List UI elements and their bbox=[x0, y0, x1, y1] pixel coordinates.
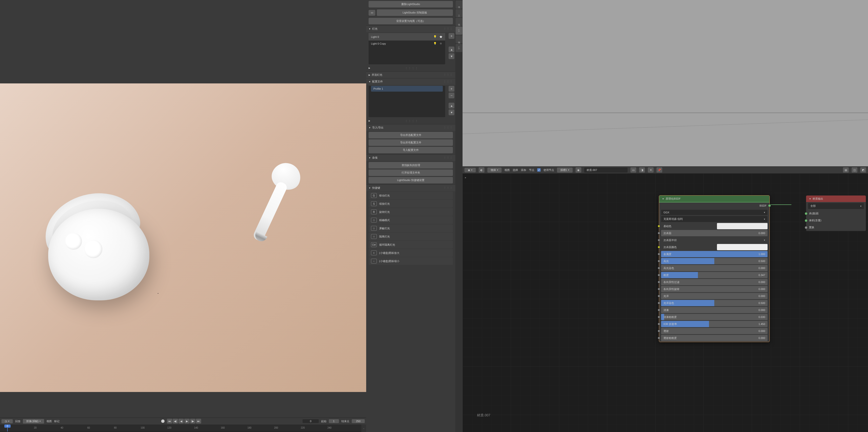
light-favourite-icon[interactable]: ★ bbox=[439, 34, 443, 39]
ne-tool3-button[interactable]: ◩ bbox=[860, 167, 866, 173]
tab-view[interactable]: 视 bbox=[456, 18, 462, 26]
bsdf-property-次表面半径[interactable]: 次表面半径▾ bbox=[661, 237, 768, 243]
sidebar-expand-icon[interactable]: ▸ bbox=[465, 176, 466, 179]
n-panel-tabs[interactable]: 项 工 视 LS 编 LG bbox=[455, 0, 463, 432]
bsdf-property-次表面[interactable]: 次表面0.000 bbox=[661, 230, 768, 236]
play-button[interactable]: ▶ bbox=[184, 419, 190, 424]
shader-mode-selector[interactable]: 物体▾ bbox=[487, 168, 502, 173]
timeline-playback-menu[interactable]: 回放 bbox=[15, 420, 21, 423]
auto-keyframe-toggle[interactable] bbox=[161, 420, 164, 423]
light-list-item[interactable]: Light 0💡★ bbox=[369, 33, 445, 40]
bsdf-property-光泽[interactable]: 光泽0.000 bbox=[661, 293, 768, 299]
bsdf-property-清漆粗糙度[interactable]: 清漆粗糙度0.030 bbox=[661, 314, 768, 320]
timeline-playhead[interactable] bbox=[7, 425, 8, 432]
ne-tool2-button[interactable]: ◫ bbox=[851, 167, 858, 173]
shortcut-section-header[interactable]: ▼快捷键⋮⋮⋮ bbox=[366, 185, 455, 191]
principled-bsdf-node[interactable]: ▼原理化BSDF BSDF GGX▾ 克里斯坦森·伯利▾ 基础色次表面0.000… bbox=[659, 195, 770, 342]
remove-profile-button[interactable]: − bbox=[448, 92, 454, 98]
control-panel-unlink-button[interactable]: ▭ bbox=[369, 10, 375, 16]
ne-tool1-button[interactable]: ▤ bbox=[843, 167, 849, 173]
current-frame-input[interactable]: 0 bbox=[303, 419, 318, 423]
material-copies-button[interactable]: ◨ bbox=[639, 167, 645, 173]
bsdf-property-高光[interactable]: 高光0.500 bbox=[661, 258, 768, 264]
jump-to-end-button[interactable]: ⏭ bbox=[196, 419, 201, 424]
profile-item[interactable]: Profile 1 bbox=[371, 86, 443, 92]
light-visibility-icon[interactable]: 💡 bbox=[433, 35, 437, 38]
surface-input-socket[interactable]: 表(曲)面 bbox=[806, 210, 866, 217]
bsdf-property-糙度[interactable]: 糙度0.347 bbox=[661, 272, 768, 278]
bsdf-property-各向异性旋转[interactable]: 各向异性旋转0.000 bbox=[661, 286, 768, 292]
ne-view-menu[interactable]: 视图 bbox=[504, 168, 510, 172]
timeline-marker-menu[interactable]: 标记 bbox=[54, 420, 60, 423]
shader-type-icon[interactable]: ◐ bbox=[479, 167, 485, 173]
render-viewport[interactable] bbox=[0, 0, 366, 417]
tab-item[interactable]: 项 bbox=[456, 0, 462, 9]
profile-expand-icon[interactable]: ▶ bbox=[369, 120, 370, 123]
lights-list[interactable]: Light 0💡★Light 0 Copy💡☆ bbox=[369, 33, 445, 64]
start-frame-input[interactable]: 1 bbox=[329, 419, 339, 423]
misc-button[interactable]: 打开纹理文件夹 bbox=[369, 170, 453, 176]
material-name-input[interactable]: 材质.007 bbox=[584, 168, 627, 173]
timeline-view-menu[interactable]: 视图 bbox=[46, 420, 52, 423]
misc-button[interactable]: 查找缺失的纹理 bbox=[369, 162, 453, 169]
material-output-node[interactable]: ▼材质输出 全部▾ 表(曲)面 体积(音量) 置换 bbox=[806, 195, 866, 231]
io-section-header[interactable]: ▼导入/导出⋮⋮⋮ bbox=[366, 124, 455, 131]
distribution-dropdown[interactable]: GGX▾ bbox=[661, 210, 768, 215]
tab-ls[interactable]: LS bbox=[456, 27, 462, 35]
end-frame-input[interactable]: 250 bbox=[352, 419, 365, 423]
timeline-editor-selector[interactable]: ◷ ▾ bbox=[1, 419, 13, 423]
timeline-keying-selector[interactable]: 抠像(插帧) ▾ bbox=[23, 419, 44, 424]
profile-list[interactable]: Profile 1 bbox=[369, 86, 445, 117]
material-new-button[interactable]: ▭ bbox=[630, 167, 636, 173]
displacement-input-socket[interactable]: 置换 bbox=[806, 224, 866, 231]
3d-viewport[interactable] bbox=[463, 0, 868, 166]
tab-lg[interactable]: LG bbox=[456, 44, 462, 52]
node-canvas[interactable]: ▸ ▼原理化BSDF BSDF GGX▾ 克里斯坦森·伯利▾ 基础色次表面0.0… bbox=[463, 174, 868, 432]
editor-type-selector[interactable]: ◉▾ bbox=[464, 168, 476, 172]
output-target-dropdown[interactable]: 全部▾ bbox=[808, 203, 864, 209]
bsdf-property-金属度[interactable]: 金属度1.000 bbox=[661, 251, 768, 257]
slot-selector[interactable]: 插槽1▾ bbox=[557, 168, 572, 173]
material-unlink-button[interactable]: ✕ bbox=[648, 167, 654, 173]
io-button[interactable]: 导出所选配置文件 bbox=[369, 132, 453, 138]
profile-section-header[interactable]: ▼配置文件⋮⋮⋮ bbox=[366, 78, 455, 85]
bsdf-property-清漆[interactable]: 清漆0.000 bbox=[661, 307, 768, 313]
io-button[interactable]: 导出所有配置文件 bbox=[369, 139, 453, 146]
timeline[interactable]: ◷ ▾ 回放 抠像(插帧) ▾ 视图 标记 ⏮ ◀| ◀ ▶ |▶ ⏭ 0 起始 bbox=[0, 417, 366, 432]
bsdf-property-基础色[interactable]: 基础色 bbox=[661, 223, 768, 229]
keyframe-prev-button[interactable]: ◀| bbox=[173, 419, 178, 424]
lights-expand-icon[interactable]: ▶ bbox=[369, 67, 370, 70]
ne-add-menu[interactable]: 添加 bbox=[521, 168, 526, 172]
move-profile-up-button[interactable]: ▴ bbox=[448, 103, 454, 109]
io-button[interactable]: 导入配置文件 bbox=[369, 147, 453, 153]
bsdf-property-各向异性过滤[interactable]: 各向异性过滤0.000 bbox=[661, 279, 768, 285]
move-light-down-button[interactable]: ▾ bbox=[448, 53, 454, 59]
tab-edit[interactable]: 编 bbox=[456, 35, 462, 44]
bsdf-property-高光染色[interactable]: 高光染色0.000 bbox=[661, 265, 768, 271]
node-link[interactable] bbox=[770, 204, 792, 205]
timeline-collapse-icon[interactable]: ‹ bbox=[361, 425, 366, 432]
subsurf-method-dropdown[interactable]: 克里斯坦森·伯利▾ bbox=[661, 216, 768, 222]
move-light-up-button[interactable]: ▴ bbox=[448, 47, 454, 52]
bsdf-property-IOR 折射率[interactable]: IOR 折射率1.450 bbox=[661, 321, 768, 327]
ne-select-menu[interactable]: 选择 bbox=[513, 168, 518, 172]
ne-node-menu[interactable]: 节点 bbox=[529, 168, 534, 172]
bsdf-property-次表面颜色[interactable]: 次表面颜色 bbox=[661, 244, 768, 250]
bsdf-property-透射粗糙度[interactable]: 透射粗糙度0.000 bbox=[661, 335, 768, 341]
move-profile-down-button[interactable]: ▾ bbox=[448, 110, 454, 115]
selected-light-header[interactable]: ▶所选灯光⋮⋮⋮ bbox=[366, 71, 455, 78]
volume-input-socket[interactable]: 体积(音量) bbox=[806, 217, 866, 224]
material-icon[interactable]: ◉ bbox=[576, 167, 581, 173]
keyframe-next-button[interactable]: |▶ bbox=[190, 419, 195, 424]
misc-button[interactable]: LightStudio 快捷键设置 bbox=[369, 177, 453, 183]
bsdf-property-透射[interactable]: 透射0.000 bbox=[661, 328, 768, 334]
tab-tool[interactable]: 工 bbox=[456, 9, 462, 17]
control-panel-button[interactable]: LightStudio 控制面板 bbox=[377, 9, 453, 16]
light-favourite-icon[interactable]: ☆ bbox=[439, 42, 443, 45]
light-list-item[interactable]: Light 0 Copy💡☆ bbox=[369, 40, 445, 47]
bg-black-button[interactable]: 背景设置为纯黑（可选） bbox=[369, 18, 453, 24]
bsdf-output-socket[interactable]: BSDF bbox=[659, 202, 770, 209]
jump-to-start-button[interactable]: ⏮ bbox=[167, 419, 172, 424]
bsdf-property-光泽染色[interactable]: 光泽染色0.500 bbox=[661, 300, 768, 306]
use-nodes-checkbox[interactable]: ✓ bbox=[537, 168, 540, 172]
